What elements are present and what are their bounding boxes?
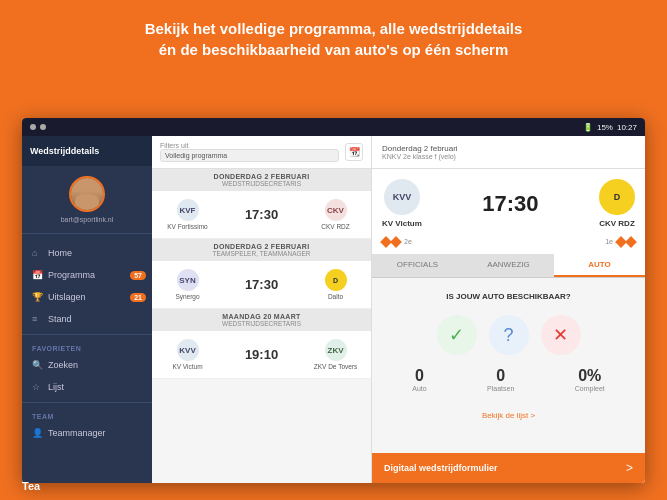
detail-footer[interactable]: Digitaal wedstrijdformulier >: [372, 453, 645, 483]
detail-time: 17:30: [482, 191, 538, 217]
list-icon: ≡: [32, 314, 42, 324]
match-team-col-3: SYN Synergo: [160, 269, 215, 300]
tab-auto[interactable]: AUTO: [554, 254, 645, 277]
auto-stat-label: Auto: [412, 385, 426, 392]
status-bar: 🔋 15% 10:27: [22, 118, 645, 136]
match-role-2: TEAMSPELER, TEAMMANAGER: [160, 250, 363, 257]
detail-team-left: KVV KV Victum: [382, 179, 422, 228]
sidebar-item-teammanager[interactable]: 👤 Teammanager: [22, 422, 152, 444]
team-name-4: Dalto: [328, 293, 343, 300]
team-logo-kvf: KVF: [177, 199, 199, 221]
match-team-col-6: ZKV ZKV De Tovers: [308, 339, 363, 370]
match-list: Filters uit Volledig programma 📆 DONDERD…: [152, 136, 372, 483]
sidebar-item-stand[interactable]: ≡ Stand: [22, 308, 152, 330]
app-frame: 🔋 15% 10:27 Wedstrijddetails bart@sportl…: [22, 118, 645, 483]
match-time-1: 17:30: [245, 207, 278, 222]
battery-pct: 15%: [597, 123, 613, 132]
filter-label: Filters uit: [160, 142, 339, 149]
header-text: Bekijk het volledige programma, alle wed…: [0, 0, 667, 74]
match-team-col-5: KVV KV Victum: [160, 339, 215, 370]
person-icon: 👤: [32, 428, 42, 438]
sidebar-item-label: Zoeken: [48, 360, 78, 370]
team-logo-dal: D: [325, 269, 347, 291]
sidebar-title: Wedstrijddetails: [30, 146, 99, 156]
sidebar-item-zoeken[interactable]: 🔍 Zoeken: [22, 354, 152, 376]
trophy-icon: 🏆: [32, 292, 42, 302]
team-logo-syn: SYN: [177, 269, 199, 291]
auto-stat-label: Compleet: [575, 385, 605, 392]
detail-tabs: OFFICIALS AANWEZIG AUTO: [372, 254, 645, 278]
user-email: bart@sportlink.nl: [61, 216, 114, 223]
auto-section: IS JOUW AUTO BESCHIKBAAR? ✓ ? ✕ 0 Auto 0: [372, 278, 645, 434]
detail-header: Donderdag 2 februari KNKV 2e klasse f (v…: [372, 136, 645, 169]
match-section-header-3: MAANDAG 20 MAART WEDSTRIJDSECRETARIS: [152, 309, 371, 331]
sidebar-item-label: Teammanager: [48, 428, 106, 438]
team-name-5: KV Victum: [172, 363, 202, 370]
sidebar-item-label: Uitslagen: [48, 292, 86, 302]
filter-bar: Filters uit Volledig programma 📆: [152, 136, 371, 169]
match-date-1: DONDERDAG 2 FEBRUARI: [160, 173, 363, 180]
calendar-filter-icon: 📆: [349, 147, 360, 157]
match-role-3: WEDSTRIJDSECRETARIS: [160, 320, 363, 327]
match-date-2: DONDERDAG 2 FEBRUARI: [160, 243, 363, 250]
footer-cta-text: Digitaal wedstrijdformulier: [384, 463, 498, 473]
filter-select[interactable]: Volledig programma: [160, 149, 339, 162]
sidebar-nav: ⌂ Home 📅 Programma 57 🏆 Uitslagen 21 ≡ S…: [22, 234, 152, 483]
match-role-1: WEDSTRIJDSECRETARIS: [160, 180, 363, 187]
status-bar-left: [30, 124, 46, 130]
tab-officials[interactable]: OFFICIALS: [372, 254, 463, 277]
detail-league: KNKV 2e klasse f (velo): [382, 153, 635, 160]
match-card-2[interactable]: SYN Synergo 17:30 D Dalto: [152, 261, 371, 309]
filter-icon-button[interactable]: 📆: [345, 143, 363, 161]
match-time-2: 17:30: [245, 277, 278, 292]
uitslagen-badge: 21: [130, 293, 146, 302]
team-logo-vic: KVV: [177, 339, 199, 361]
search-icon: 🔍: [32, 360, 42, 370]
rank-label-right: 1e: [605, 238, 613, 246]
sidebar-profile: bart@sportlink.nl: [22, 166, 152, 234]
sidebar-item-uitslagen[interactable]: 🏆 Uitslagen 21: [22, 286, 152, 308]
rank-label-left: 2e: [404, 238, 412, 246]
auto-buttons: ✓ ? ✕: [382, 307, 635, 363]
sidebar-item-home[interactable]: ⌂ Home: [22, 242, 152, 264]
match-card-3[interactable]: KVV KV Victum 19:10 ZKV ZKV De Tovers: [152, 331, 371, 379]
sidebar-item-label: Lijst: [48, 382, 64, 392]
auto-no-button[interactable]: ✕: [541, 315, 581, 355]
team-name-1: KV Fortissimo: [167, 223, 207, 230]
auto-stat-num: 0%: [575, 367, 605, 385]
sidebar-item-label: Home: [48, 248, 72, 258]
tab-aanwezig[interactable]: AANWEZIG: [463, 254, 554, 277]
programma-badge: 57: [130, 271, 146, 280]
detail-team-name-right: CKV RDZ: [599, 219, 635, 228]
list-link[interactable]: Bekijk de lijst >: [382, 400, 635, 426]
detail-rank-row: 2e 1e: [372, 234, 645, 254]
main-layout: Wedstrijddetails bart@sportlink.nl ⌂ Hom…: [22, 136, 645, 483]
match-card-1[interactable]: KVF KV Fortissimo 17:30 CKV CKV RDZ: [152, 191, 371, 239]
detail-panel: Donderdag 2 februari KNKV 2e klasse f (v…: [372, 136, 645, 483]
auto-stat-compleet: 0% Compleet: [575, 367, 605, 392]
auto-yes-button[interactable]: ✓: [437, 315, 477, 355]
match-date-3: MAANDAG 20 MAART: [160, 313, 363, 320]
home-icon: ⌂: [32, 248, 42, 258]
team-name-3: Synergo: [175, 293, 199, 300]
detail-team-name-left: KV Victum: [382, 219, 422, 228]
detail-date: Donderdag 2 februari: [382, 144, 635, 153]
match-team-col-1: KVF KV Fortissimo: [160, 199, 215, 230]
footer-arrow-icon: >: [626, 461, 633, 475]
sidebar-item-label: Stand: [48, 314, 72, 324]
auto-stat-num: 0: [487, 367, 514, 385]
sidebar-item-label: Programma: [48, 270, 95, 280]
sidebar-item-lijst[interactable]: ☆ Lijst: [22, 376, 152, 398]
section-team: TEAM: [22, 407, 152, 422]
sidebar-header: Wedstrijddetails: [22, 136, 152, 166]
status-bar-right: 🔋 15% 10:27: [583, 123, 637, 132]
match-team-col-2: CKV CKV RDZ: [308, 199, 363, 230]
match-time-3: 19:10: [245, 347, 278, 362]
content-area: Filters uit Volledig programma 📆 DONDERD…: [152, 136, 645, 483]
avatar: [69, 176, 105, 212]
sidebar: Wedstrijddetails bart@sportlink.nl ⌂ Hom…: [22, 136, 152, 483]
auto-stat-auto: 0 Auto: [412, 367, 426, 392]
auto-maybe-button[interactable]: ?: [489, 315, 529, 355]
calendar-icon: 📅: [32, 270, 42, 280]
sidebar-item-programma[interactable]: 📅 Programma 57: [22, 264, 152, 286]
